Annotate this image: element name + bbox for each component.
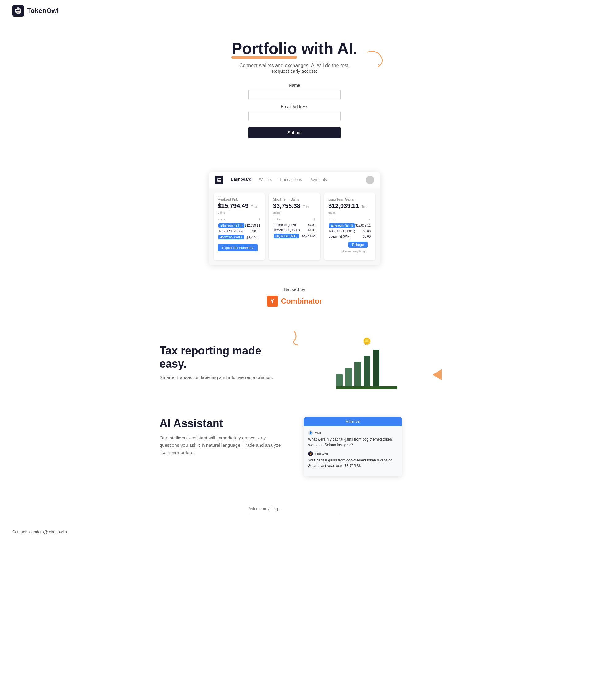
chat-input-area [0, 495, 589, 520]
tax-chart: 🪙 [336, 337, 397, 386]
long-term-gains-card: Long Term Gains $12,039.11 Total gains C… [324, 193, 376, 260]
footer-contact: Contact: founders@tokenowl.ai [12, 530, 577, 534]
user-icon: 👤 [308, 430, 313, 435]
svg-point-10 [218, 180, 218, 180]
nav-dashboard[interactable]: Dashboard [231, 177, 251, 184]
table-row: TetherUSD (USDT) $0.00 [218, 229, 261, 234]
card3-amount: $12,039.11 [328, 203, 359, 209]
table-row: dogwifhat (WIF) $0.00 [328, 234, 371, 239]
footer: Contact: founders@tokenowl.ai [0, 520, 589, 543]
card2-table-header: Coins $ [273, 218, 316, 221]
email-label: Email Address [248, 104, 341, 109]
enlarge-btn-row: Enlarge [328, 239, 371, 248]
chart-coin-icon: 🪙 [336, 337, 397, 345]
svg-point-11 [220, 180, 220, 180]
chart-bar-1 [336, 374, 343, 386]
table-row: Ethereum (ETH) $12,039.11 [328, 222, 371, 229]
dashboard-cards: Realized PnL $15,794.49 Total gains Coin… [209, 188, 380, 265]
ai-section: AI Assistant Our intelligent assistant w… [147, 405, 442, 495]
ask-anything-preview: Ask me anything... [328, 248, 371, 256]
card3-table: Coins $ Ethereum (ETH) $12,039.11 Tether… [328, 218, 371, 239]
chat-message-owl: 🦉 The Owl Your capital gains from dog-th… [308, 451, 398, 468]
dashboard-nav: Dashboard Wallets Transactions Payments [209, 172, 380, 188]
user-message-text: What were my capital gains from dog them… [308, 437, 398, 448]
ai-chat-section: Minimize 👤 You What were my capital gain… [304, 417, 429, 476]
table-row: Ethereum (ETH) $0.00 [273, 222, 316, 228]
table-row: dogwifhat (WIF) $3,755.38 [273, 233, 316, 239]
card2-title: Short Term Gains [273, 198, 316, 201]
svg-point-5 [19, 10, 20, 10]
chat-header[interactable]: Minimize [304, 417, 402, 426]
backed-by-label: Backed by [0, 287, 589, 292]
eth-value-2: $0.00 [308, 223, 315, 227]
request-label: Request early access: [6, 68, 583, 74]
card3-title: Long Term Gains [328, 198, 371, 201]
card2-table: Coins $ Ethereum (ETH) $0.00 TetherUSD (… [273, 218, 316, 239]
tax-title: Tax reporting made easy. [160, 344, 285, 370]
coin-wif: dogwifhat (WIF) [218, 235, 244, 240]
nav-payments[interactable]: Payments [309, 177, 327, 183]
email-input[interactable] [248, 111, 341, 121]
ai-title: AI Assistant [160, 417, 285, 430]
coin-wif-2: dogwifhat (WIF) [274, 234, 299, 238]
table-row: TetherUSD (USDT) $0.00 [328, 229, 371, 234]
svg-point-1 [15, 7, 21, 14]
card3-table-header: Coins $ [328, 218, 371, 221]
svg-point-4 [17, 10, 17, 10]
short-term-gains-card: Short Term Gains $3,755.38 Total gains C… [269, 193, 320, 260]
chat-message-user: 👤 You What were my capital gains from do… [308, 430, 398, 448]
card1-amount: $15,794.49 [218, 203, 248, 209]
usdt-value-2: $0.00 [308, 229, 315, 232]
owl-icon: 🦉 [308, 451, 313, 456]
eth-value: $12,039.11 [245, 224, 260, 227]
value-col-header: $ [259, 218, 260, 221]
chat-input[interactable] [248, 504, 341, 514]
chart-bar-3 [354, 362, 361, 386]
chart-bar-2 [345, 368, 352, 386]
dashboard-preview: Dashboard Wallets Transactions Payments … [209, 172, 380, 265]
tax-visual: 🪙 [304, 337, 429, 386]
card1-title: Realized PnL [218, 198, 261, 201]
squiggle-decoration [291, 328, 316, 346]
ai-text: AI Assistant Our intelligent assistant w… [160, 417, 285, 456]
hero-title: Portfolio with AI. [231, 40, 357, 57]
chart-base [336, 386, 397, 389]
hero-highlight-word: Portfolio [231, 40, 297, 57]
user-label: You [315, 431, 321, 435]
tax-text: Tax reporting made easy. Smarter transac… [160, 344, 285, 380]
header: TokenOwl [0, 0, 589, 21]
export-tax-summary-button[interactable]: Export Tax Summary [218, 244, 258, 252]
yc-badge: Y Combinator [267, 296, 323, 307]
logo: TokenOwl [12, 5, 59, 17]
coins-col-header: Coins [218, 218, 225, 221]
hero-section: Portfolio with AI. Connect wallets and e… [0, 21, 589, 160]
card1-table-header: Coins $ [218, 218, 261, 221]
name-input[interactable] [248, 89, 341, 100]
eth-value-3: $12,039.11 [355, 224, 371, 227]
logo-text: TokenOwl [27, 7, 59, 15]
dashboard-preview-wrapper: Dashboard Wallets Transactions Payments … [209, 172, 380, 265]
submit-button[interactable]: Submit [248, 127, 341, 138]
dashboard-nav-logo [215, 176, 223, 184]
nav-wallets[interactable]: Wallets [259, 177, 272, 183]
coin-usdt-2: TetherUSD (USDT) [274, 229, 300, 232]
hero-subtitle: Connect wallets and exchanges. AI will d… [6, 63, 583, 68]
user-avatar[interactable] [366, 176, 374, 184]
contact-text: Contact: founders@tokenowl.ai [12, 530, 68, 534]
yc-logo: Y [267, 296, 278, 307]
owl-logo-icon [12, 5, 24, 17]
usdt-value: $0.00 [252, 230, 260, 233]
triangle-decoration [432, 369, 442, 380]
realized-pnl-card: Realized PnL $15,794.49 Total gains Coin… [213, 193, 265, 260]
coin-eth: Ethereum (ETH) [218, 223, 244, 228]
enlarge-button[interactable]: Enlarge [349, 242, 368, 248]
chat-sender-user: 👤 You [308, 430, 398, 435]
nav-transactions[interactable]: Transactions [279, 177, 302, 183]
chat-sender-owl: 🦉 The Owl [308, 451, 398, 456]
coin-wif-3: dogwifhat (WIF) [329, 235, 351, 238]
coin-usdt: TetherUSD (USDT) [218, 230, 245, 233]
tax-section: Tax reporting made easy. Smarter transac… [147, 319, 442, 405]
table-row: TetherUSD (USDT) $0.00 [273, 228, 316, 233]
form-section: Request early access: Name Email Address… [6, 68, 583, 138]
wif-value: $3,755.38 [247, 236, 260, 239]
